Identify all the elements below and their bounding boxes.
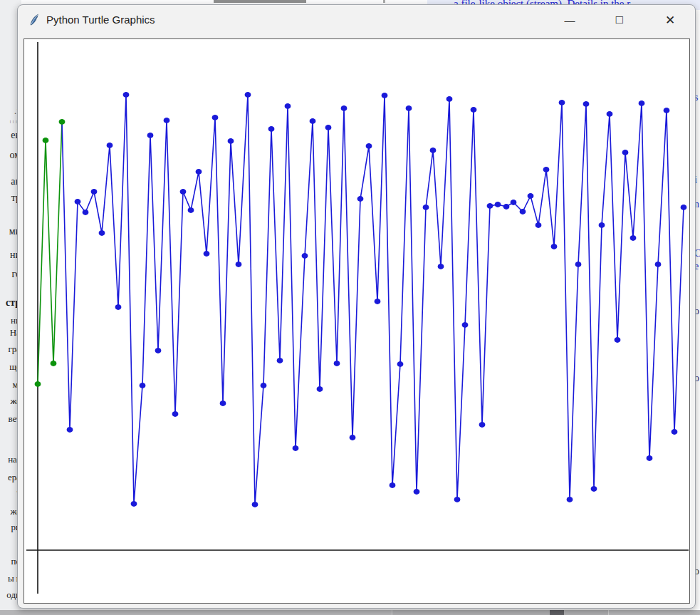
data-point-marker bbox=[664, 108, 670, 113]
background-toolbar-fragment bbox=[214, 0, 306, 3]
background-tick-fragment bbox=[383, 0, 385, 3]
data-point-marker bbox=[91, 189, 98, 195]
data-point-marker bbox=[131, 501, 137, 507]
data-point-marker bbox=[310, 118, 316, 124]
data-point-marker bbox=[414, 489, 420, 495]
data-point-marker bbox=[536, 222, 542, 228]
data-point-marker bbox=[551, 244, 558, 249]
data-point-marker bbox=[59, 119, 66, 125]
window-titlebar[interactable]: Python Turtle Graphics — □ ✕ bbox=[18, 5, 695, 35]
data-point-marker bbox=[423, 205, 429, 210]
data-point-marker bbox=[575, 262, 582, 267]
bottom-bar-segment bbox=[392, 610, 609, 615]
minimize-button[interactable]: — bbox=[558, 9, 582, 31]
data-point-marker bbox=[334, 361, 340, 366]
data-point-marker bbox=[220, 400, 226, 406]
data-point-marker bbox=[228, 138, 234, 144]
series-start-polyline bbox=[38, 122, 62, 384]
data-point-marker bbox=[366, 143, 372, 149]
data-point-marker bbox=[107, 143, 113, 148]
data-point-marker bbox=[495, 202, 501, 207]
series-main-polyline bbox=[62, 95, 684, 505]
data-point-marker bbox=[622, 150, 629, 155]
turtle-canvas bbox=[23, 38, 690, 604]
data-point-marker bbox=[438, 264, 444, 269]
data-point-marker bbox=[375, 299, 381, 304]
data-point-marker bbox=[583, 101, 590, 107]
data-point-marker bbox=[196, 169, 202, 175]
data-point-marker bbox=[543, 167, 550, 172]
maximize-button[interactable]: □ bbox=[607, 9, 632, 31]
data-point-marker bbox=[591, 486, 597, 492]
data-point-marker bbox=[245, 92, 251, 98]
window-title: Python Turtle Graphics bbox=[46, 14, 155, 26]
data-point-marker bbox=[43, 138, 49, 143]
data-point-marker bbox=[511, 200, 517, 205]
turtle-drawing bbox=[24, 39, 689, 603]
bottom-bar-dark-item bbox=[550, 610, 564, 615]
data-point-marker bbox=[397, 361, 404, 367]
python-feather-icon bbox=[28, 14, 41, 26]
data-point-marker bbox=[164, 118, 170, 123]
data-point-marker bbox=[325, 125, 332, 130]
data-point-marker bbox=[615, 337, 621, 343]
data-point-marker bbox=[672, 429, 678, 435]
data-point-marker bbox=[479, 422, 486, 428]
data-point-marker bbox=[471, 107, 477, 113]
data-point-marker bbox=[236, 262, 242, 267]
data-point-marker bbox=[528, 193, 534, 199]
data-point-marker bbox=[155, 348, 162, 353]
data-point-marker bbox=[390, 482, 396, 488]
data-point-marker bbox=[559, 100, 565, 105]
data-point-marker bbox=[639, 100, 645, 106]
data-point-marker bbox=[406, 105, 412, 111]
data-point-marker bbox=[147, 133, 154, 138]
data-point-marker bbox=[446, 96, 453, 102]
data-point-marker bbox=[115, 304, 122, 310]
data-point-marker bbox=[567, 497, 573, 502]
background-bottom-bar bbox=[0, 610, 700, 615]
data-point-marker bbox=[454, 497, 461, 502]
data-point-marker bbox=[503, 204, 510, 210]
data-point-marker bbox=[341, 105, 348, 111]
data-point-marker bbox=[261, 383, 267, 388]
data-point-marker bbox=[75, 199, 81, 205]
data-point-marker bbox=[180, 189, 187, 195]
data-point-marker bbox=[630, 235, 637, 241]
data-point-marker bbox=[357, 196, 364, 202]
data-point-marker bbox=[83, 210, 89, 215]
data-point-marker bbox=[520, 209, 526, 215]
data-point-marker bbox=[302, 253, 308, 259]
data-point-marker bbox=[188, 207, 194, 213]
close-button[interactable]: ✕ bbox=[658, 9, 682, 31]
turtle-graphics-window: Python Turtle Graphics — □ ✕ bbox=[17, 4, 696, 609]
data-point-marker bbox=[268, 126, 275, 132]
data-point-marker bbox=[487, 203, 493, 209]
data-point-marker bbox=[350, 435, 356, 440]
data-point-marker bbox=[462, 322, 469, 328]
data-point-marker bbox=[382, 93, 388, 98]
data-point-marker bbox=[123, 92, 130, 98]
data-point-marker bbox=[67, 427, 73, 433]
data-point-marker bbox=[430, 148, 437, 153]
data-point-marker bbox=[35, 381, 41, 387]
data-point-marker bbox=[607, 111, 613, 117]
data-point-marker bbox=[212, 115, 219, 120]
data-point-marker bbox=[293, 445, 299, 451]
data-point-marker bbox=[681, 205, 687, 210]
data-point-marker bbox=[172, 411, 179, 417]
data-point-marker bbox=[277, 358, 283, 363]
data-point-marker bbox=[99, 230, 105, 236]
data-point-marker bbox=[317, 386, 323, 392]
data-point-marker bbox=[655, 262, 662, 267]
data-point-marker bbox=[285, 103, 291, 109]
data-point-marker bbox=[140, 383, 146, 388]
data-point-marker bbox=[51, 361, 57, 366]
data-point-marker bbox=[204, 251, 210, 257]
data-point-marker bbox=[252, 502, 258, 507]
screen: { "window": { "title": "Python Turtle Gr… bbox=[0, 0, 700, 615]
data-point-marker bbox=[599, 222, 605, 228]
data-point-marker bbox=[647, 455, 653, 461]
